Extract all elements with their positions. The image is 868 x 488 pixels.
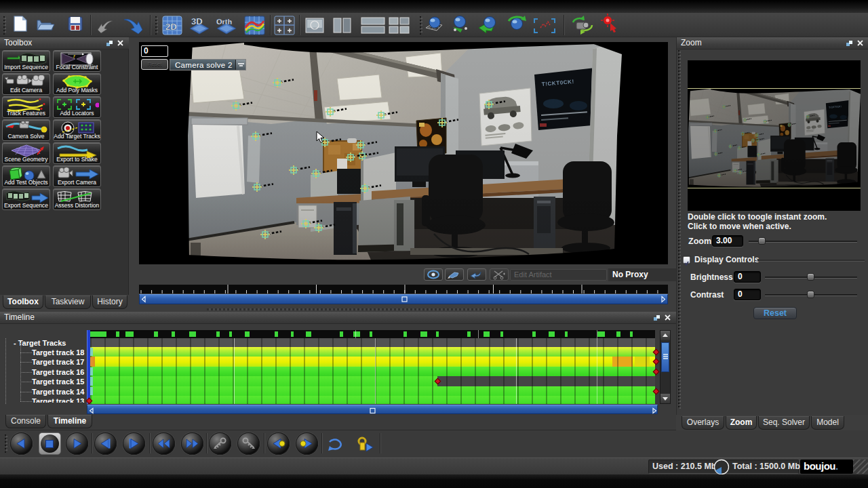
- svg-text:2D: 2D: [165, 22, 177, 32]
- svg-text:Orth: Orth: [216, 18, 233, 26]
- svg-text:3D: 3D: [191, 16, 203, 26]
